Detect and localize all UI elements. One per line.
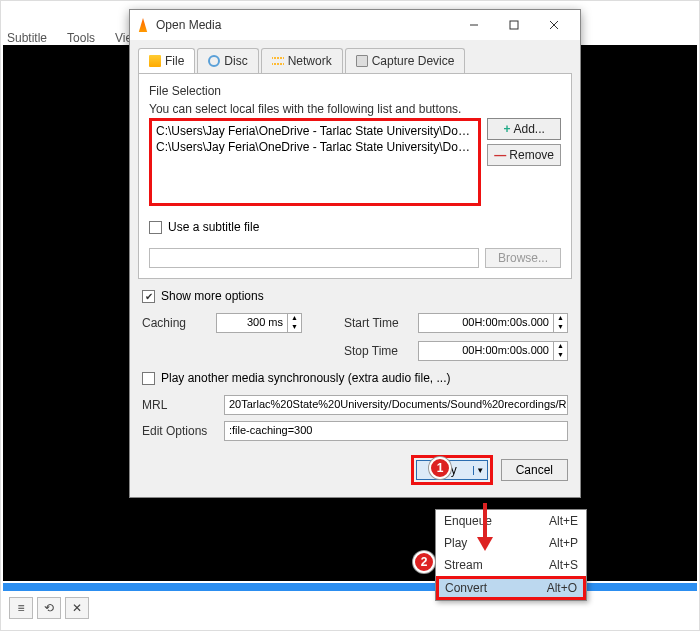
- menu-convert-label: Convert: [445, 581, 487, 595]
- vlc-icon: [136, 18, 150, 32]
- tab-file-label: File: [165, 54, 184, 68]
- mrl-input[interactable]: 20Tarlac%20State%20University/Documents/…: [224, 395, 568, 415]
- tab-capture-label: Capture Device: [372, 54, 455, 68]
- play-dropdown-menu: EnqueueAlt+E PlayAlt+P StreamAlt+S Conve…: [435, 509, 587, 601]
- subtitle-checkbox-label: Use a subtitle file: [168, 220, 259, 234]
- network-icon: [272, 55, 284, 67]
- menu-convert-accel: Alt+O: [547, 581, 577, 595]
- tab-network[interactable]: Network: [261, 48, 343, 73]
- add-button[interactable]: +Add...: [487, 118, 561, 140]
- menu-convert[interactable]: ConvertAlt+O: [436, 576, 586, 600]
- open-media-dialog: Open Media File Disc Network Capture Dev…: [129, 9, 581, 498]
- menu-play-label: Play: [444, 536, 467, 550]
- tab-file[interactable]: File: [138, 48, 195, 73]
- caching-value: 300 ms: [217, 314, 287, 332]
- tab-capture[interactable]: Capture Device: [345, 48, 466, 73]
- menu-stream[interactable]: StreamAlt+S: [436, 554, 586, 576]
- caching-label: Caching: [142, 316, 216, 330]
- close-button[interactable]: [534, 10, 574, 40]
- add-button-label: Add...: [513, 122, 544, 136]
- another-media-checkbox[interactable]: [142, 372, 155, 385]
- disc-icon: [208, 55, 220, 67]
- menu-stream-accel: Alt+S: [549, 558, 578, 572]
- file-selection-label: File Selection: [149, 84, 561, 98]
- tab-disc[interactable]: Disc: [197, 48, 258, 73]
- minimize-button[interactable]: [454, 10, 494, 40]
- playlist-button[interactable]: ≡: [9, 597, 33, 619]
- caching-input[interactable]: 300 ms▲▼: [216, 313, 302, 333]
- edit-options-input[interactable]: :file-caching=300: [224, 421, 568, 441]
- remove-button[interactable]: —Remove: [487, 144, 561, 166]
- svg-rect-1: [510, 21, 518, 29]
- arrow-icon: [473, 501, 497, 553]
- menu-stream-label: Stream: [444, 558, 483, 572]
- subtitle-path-input: [149, 248, 479, 268]
- capture-icon: [356, 55, 368, 67]
- play-dropdown-arrow[interactable]: ▼: [473, 466, 487, 475]
- play-button[interactable]: Play ▼: [416, 460, 487, 480]
- menu-play[interactable]: PlayAlt+P: [436, 532, 586, 554]
- stop-time-value: 00H:00m:00s.000: [419, 342, 553, 360]
- maximize-button[interactable]: [494, 10, 534, 40]
- stop-time-input[interactable]: 00H:00m:00s.000▲▼: [418, 341, 568, 361]
- cancel-button[interactable]: Cancel: [501, 459, 568, 481]
- tab-network-label: Network: [288, 54, 332, 68]
- file-entry[interactable]: C:\Users\Jay Feria\OneDrive - Tarlac Sta…: [156, 123, 474, 139]
- browse-button: Browse...: [485, 248, 561, 268]
- show-more-checkbox[interactable]: [142, 290, 155, 303]
- play-button-highlight: Play ▼: [411, 455, 492, 485]
- tab-disc-label: Disc: [224, 54, 247, 68]
- plus-icon: +: [503, 122, 510, 136]
- file-entry[interactable]: C:\Users\Jay Feria\OneDrive - Tarlac Sta…: [156, 139, 474, 155]
- edit-options-label: Edit Options: [142, 424, 216, 438]
- mrl-label: MRL: [142, 398, 216, 412]
- seek-bar[interactable]: [3, 583, 697, 591]
- stop-time-label: Stop Time: [344, 344, 418, 358]
- menu-enqueue[interactable]: EnqueueAlt+E: [436, 510, 586, 532]
- start-time-input[interactable]: 00H:00m:00s.000▲▼: [418, 313, 568, 333]
- show-more-label: Show more options: [161, 289, 264, 303]
- file-icon: [149, 55, 161, 67]
- start-time-value: 00H:00m:00s.000: [419, 314, 553, 332]
- subtitle-checkbox[interactable]: [149, 221, 162, 234]
- remove-button-label: Remove: [509, 148, 554, 162]
- file-list[interactable]: C:\Users\Jay Feria\OneDrive - Tarlac Sta…: [149, 118, 481, 206]
- file-selection-hint: You can select local files with the foll…: [149, 102, 561, 116]
- callout-2: 2: [413, 551, 435, 573]
- minus-icon: —: [494, 148, 506, 162]
- dialog-title: Open Media: [156, 18, 454, 32]
- callout-1: 1: [429, 457, 451, 479]
- menu-enqueue-accel: Alt+E: [549, 514, 578, 528]
- svg-marker-5: [477, 537, 493, 551]
- shuffle-button[interactable]: ✕: [65, 597, 89, 619]
- titlebar: Open Media: [130, 10, 580, 40]
- menu-play-accel: Alt+P: [549, 536, 578, 550]
- another-media-label: Play another media synchronously (extra …: [161, 371, 450, 385]
- start-time-label: Start Time: [344, 316, 418, 330]
- loop-button[interactable]: ⟲: [37, 597, 61, 619]
